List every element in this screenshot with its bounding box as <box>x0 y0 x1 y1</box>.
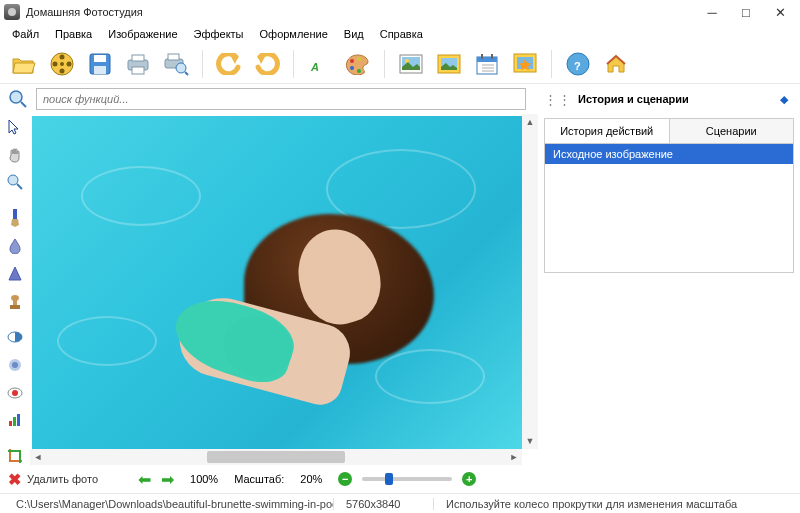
crop-tool[interactable] <box>6 447 24 465</box>
bottom-bar: ✖ Удалить фото ⬅ ➡ 100% Масштаб: 20% − + <box>0 465 800 493</box>
contrast-tool[interactable] <box>6 328 24 346</box>
eye-icon <box>7 387 23 399</box>
undo-button[interactable] <box>213 48 245 80</box>
delete-photo-button[interactable]: ✖ Удалить фото <box>8 470 98 489</box>
blur-tool[interactable] <box>6 356 24 374</box>
contrast-icon <box>7 331 23 343</box>
history-panel: История действий Сценарии Исходное изобр… <box>538 114 800 465</box>
print-preview-button[interactable] <box>160 48 192 80</box>
svg-rect-50 <box>9 421 12 426</box>
menu-effects[interactable]: Эффекты <box>188 26 250 42</box>
svg-point-1 <box>60 54 65 59</box>
cursor-tool[interactable] <box>6 118 24 136</box>
scroll-thumb[interactable] <box>207 451 345 463</box>
palette-button[interactable] <box>342 48 374 80</box>
svg-point-5 <box>60 62 64 66</box>
zoom-slider[interactable] <box>362 477 452 481</box>
delete-label: Удалить фото <box>27 473 98 485</box>
image-icon <box>399 54 423 74</box>
home-button[interactable] <box>600 48 632 80</box>
slider-thumb[interactable] <box>385 473 393 485</box>
drop-tool[interactable] <box>6 237 24 255</box>
left-toolbar <box>0 114 30 465</box>
frame-button[interactable] <box>433 48 465 80</box>
menu-file[interactable]: Файл <box>6 26 45 42</box>
save-icon <box>88 52 112 76</box>
palette-icon <box>345 53 371 75</box>
status-path: C:\Users\Manager\Downloads\beautiful-bru… <box>4 498 334 510</box>
vertical-scrollbar[interactable]: ▲ ▼ <box>522 114 538 449</box>
print-button[interactable] <box>122 48 154 80</box>
zoom-out-button[interactable]: − <box>338 472 352 486</box>
status-bar: C:\Users\Manager\Downloads\beautiful-bru… <box>0 493 800 513</box>
toolbar-separator <box>384 50 385 78</box>
menu-help[interactable]: Справка <box>374 26 429 42</box>
panel-tabs: История действий Сценарии <box>544 118 794 143</box>
stamp-tool[interactable] <box>6 293 24 311</box>
menu-edit[interactable]: Правка <box>49 26 98 42</box>
panel-expand-icon[interactable]: ◆ <box>780 93 788 106</box>
tab-scenarios[interactable]: Сценарии <box>670 119 794 143</box>
image-canvas[interactable] <box>32 116 522 449</box>
svg-text:A: A <box>310 61 319 73</box>
panel-title: История и сценарии <box>578 93 689 105</box>
svg-point-4 <box>53 61 58 66</box>
home-icon <box>604 52 628 76</box>
zoom-icon <box>7 174 23 190</box>
open-button[interactable] <box>8 48 40 80</box>
levels-tool[interactable] <box>6 412 24 430</box>
app-icon <box>4 4 20 20</box>
tab-history[interactable]: История действий <box>545 119 670 143</box>
hand-icon <box>7 147 23 163</box>
scroll-thumb[interactable] <box>524 132 536 431</box>
svg-rect-41 <box>13 209 17 219</box>
zoom-tool[interactable] <box>6 173 24 191</box>
scroll-track[interactable] <box>46 449 506 465</box>
print-preview-icon <box>163 52 189 76</box>
scroll-down-icon[interactable]: ▼ <box>522 433 538 449</box>
history-list[interactable]: Исходное изображение <box>544 143 794 273</box>
menu-view[interactable]: Вид <box>338 26 370 42</box>
save-button[interactable] <box>84 48 116 80</box>
next-button[interactable]: ➡ <box>161 470 174 489</box>
text-button[interactable]: A <box>304 48 336 80</box>
redeye-tool[interactable] <box>6 384 24 402</box>
scroll-up-icon[interactable]: ▲ <box>522 114 538 130</box>
film-reel-icon <box>49 51 75 77</box>
svg-rect-51 <box>13 417 16 426</box>
scroll-left-icon[interactable]: ◄ <box>30 449 46 465</box>
status-dimensions: 5760x3840 <box>334 498 434 510</box>
menu-design[interactable]: Оформление <box>254 26 334 42</box>
history-item[interactable]: Исходное изображение <box>545 144 793 164</box>
cone-tool[interactable] <box>6 265 24 283</box>
search-icon[interactable] <box>6 87 30 111</box>
help-button[interactable]: ? <box>562 48 594 80</box>
insert-image-button[interactable] <box>395 48 427 80</box>
redo-button[interactable] <box>251 48 283 80</box>
calendar-button[interactable] <box>471 48 503 80</box>
svg-text:?: ? <box>574 60 581 72</box>
close-button[interactable]: ✕ <box>772 4 788 20</box>
maximize-button[interactable]: □ <box>738 4 754 20</box>
svg-line-40 <box>17 184 22 189</box>
minimize-button[interactable]: ─ <box>704 4 720 20</box>
brush-tool[interactable] <box>6 209 24 227</box>
folder-open-icon <box>11 53 37 75</box>
search-input[interactable] <box>36 88 526 110</box>
panel-grip-icon[interactable]: ⋮⋮ <box>544 92 572 107</box>
horizontal-scrollbar[interactable]: ◄ ► <box>30 449 522 465</box>
zoom-in-button[interactable]: + <box>462 472 476 486</box>
print-icon <box>125 53 151 75</box>
magnifier-icon <box>8 89 28 109</box>
svg-rect-43 <box>13 300 17 305</box>
effects-button[interactable] <box>46 48 78 80</box>
favorites-button[interactable] <box>509 48 541 80</box>
svg-rect-44 <box>10 305 20 309</box>
menu-image[interactable]: Изображение <box>102 26 183 42</box>
svg-point-19 <box>357 69 361 73</box>
scroll-right-icon[interactable]: ► <box>506 449 522 465</box>
drop-icon <box>9 238 21 254</box>
stamp-icon <box>8 294 22 310</box>
hand-tool[interactable] <box>6 146 24 164</box>
prev-button[interactable]: ⬅ <box>138 470 151 489</box>
